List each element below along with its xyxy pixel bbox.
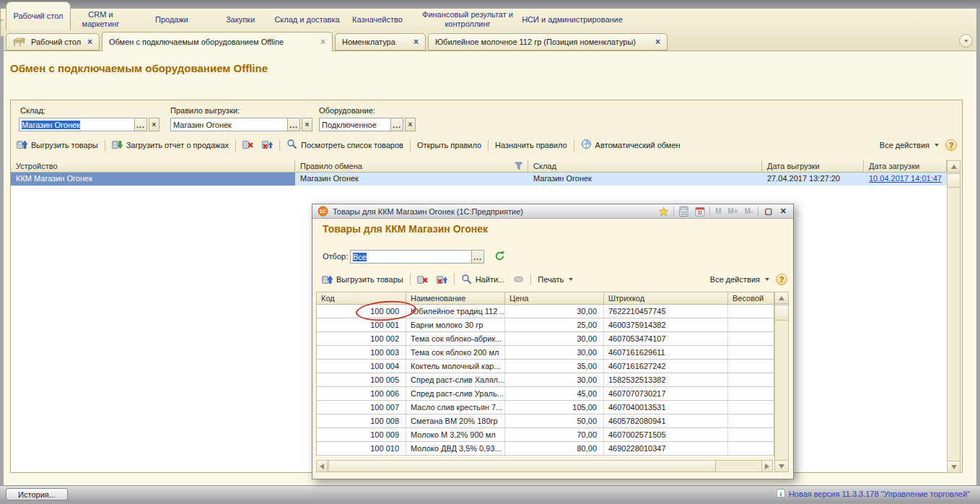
product-code-cell[interactable]: 100 005 — [317, 373, 406, 386]
column-header-exchange-rule[interactable]: Правило обмена — [295, 160, 528, 173]
product-code-cell[interactable]: 100 003 — [317, 346, 406, 359]
unload-rule-picker-button[interactable]: ... — [287, 118, 299, 131]
product-name-cell[interactable]: Тема сок яблоко-абрик... — [406, 332, 505, 345]
product-code-cell[interactable]: 100 010 — [317, 442, 406, 455]
product-barcode-cell[interactable]: 4600375914382 — [604, 318, 728, 331]
upload-goods-button[interactable]: Выгрузить товары — [320, 272, 406, 287]
auto-exchange-button[interactable]: Автоматический обмен — [579, 137, 683, 152]
warehouse-clear-button[interactable]: × — [149, 118, 159, 131]
product-name-cell[interactable]: Тема сок яблоко 200 мл — [406, 346, 505, 359]
clear-upload-button[interactable] — [260, 137, 275, 152]
upload-date-cell[interactable]: 27.04.2017 13:27:20 — [762, 173, 864, 186]
product-weight-cell[interactable] — [728, 318, 774, 331]
product-name-cell[interactable]: Молоко ДВД 3,5% 0,93... — [406, 442, 505, 455]
product-price-cell[interactable]: 80,00 — [505, 442, 604, 455]
warehouse-field-value[interactable]: Магазин Огонек — [22, 121, 80, 129]
column-header-device[interactable]: Устройство — [11, 160, 295, 173]
scroll-right-button[interactable] — [761, 460, 773, 472]
product-price-cell[interactable]: 30,00 — [505, 346, 604, 359]
product-barcode-cell[interactable]: 4607002571505 — [604, 428, 728, 441]
open-rule-button[interactable]: Открыть правило — [415, 139, 484, 151]
product-price-cell[interactable]: 45,00 — [505, 387, 604, 400]
all-actions-button[interactable]: Все действия — [708, 274, 771, 285]
warehouse-field[interactable]: Магазин Огонек ... — [19, 118, 147, 131]
product-code-cell[interactable]: 100 006 — [317, 387, 406, 400]
upload-goods-button[interactable]: Выгрузить товары — [14, 137, 100, 152]
product-weight-cell[interactable] — [728, 401, 774, 414]
section-tab-desktop[interactable]: Рабочий стол — [6, 1, 71, 30]
section-tab-sales[interactable]: Продажи — [136, 9, 208, 30]
column-header-barcode[interactable]: Штрихкод — [604, 292, 728, 304]
scroll-left-button[interactable] — [316, 460, 328, 472]
section-tab-finance[interactable]: Финансовый результат и контроллинг — [414, 9, 522, 30]
scroll-down-button[interactable] — [774, 460, 789, 472]
product-barcode-cell[interactable]: 1582532513382 — [604, 373, 728, 386]
product-name-cell[interactable]: Спред раст-слив Ураль... — [406, 387, 505, 400]
product-row[interactable]: 100 005 Спред раст-слив Халял... 30,00 1… — [317, 373, 774, 387]
product-weight-cell[interactable] — [728, 442, 774, 455]
product-weight-cell[interactable] — [728, 305, 774, 318]
product-code-cell[interactable]: 100 004 — [317, 360, 406, 373]
product-price-cell[interactable]: 30,00 — [505, 332, 604, 345]
find-button[interactable]: Найти... — [459, 272, 507, 287]
product-barcode-cell[interactable]: 4607161627242 — [604, 360, 728, 373]
column-header-warehouse[interactable]: Склад — [528, 160, 762, 173]
product-barcode-cell[interactable]: 7622210457745 — [604, 305, 728, 318]
product-row[interactable]: 100 004 Коктель молочный кар... 35,00 46… — [317, 360, 774, 373]
version-notice[interactable]: i Новая версия 11.3.3.178 "Управление то… — [776, 489, 970, 499]
product-row[interactable]: 100 008 Сметана ВМ 20% 180гр 50,00 46057… — [317, 414, 774, 428]
column-header-weight[interactable]: Весовой — [728, 292, 774, 304]
product-barcode-cell[interactable]: 4607161629611 — [604, 346, 728, 359]
product-weight-cell[interactable] — [728, 387, 774, 400]
calendar-icon[interactable]: 31 — [694, 206, 706, 217]
product-code-cell[interactable]: 100 001 — [317, 318, 406, 331]
equipment-clear-button[interactable]: × — [405, 118, 416, 131]
product-price-cell[interactable]: 50,00 — [505, 414, 604, 427]
product-name-cell[interactable]: Юбилейное традиц 112 ... — [406, 305, 505, 318]
column-header-name[interactable]: Наименование — [406, 292, 505, 304]
scroll-up-button[interactable] — [774, 292, 789, 304]
window-tab-desktop[interactable]: Рабочий стол × — [6, 33, 100, 51]
assign-rule-button[interactable]: Назначить правило — [493, 139, 569, 151]
close-icon[interactable]: × — [414, 38, 419, 45]
equipment-field-value[interactable]: Подключенное — [320, 118, 390, 131]
unload-rule-field[interactable]: Магазин Огонек ... — [170, 118, 300, 131]
clear-search-button[interactable] — [511, 272, 526, 287]
close-icon[interactable]: × — [320, 38, 325, 45]
equipment-picker-button[interactable]: ... — [390, 118, 403, 131]
product-weight-cell[interactable] — [728, 428, 774, 441]
clear-goods-button[interactable] — [240, 137, 255, 152]
section-tab-warehouse[interactable]: Склад и доставка — [273, 9, 341, 30]
scroll-up-button[interactable] — [947, 160, 961, 173]
favorites-star-icon[interactable] — [657, 206, 670, 217]
load-sales-report-button[interactable]: Загрузить отчет о продажах — [110, 137, 231, 152]
unload-rule-clear-button[interactable]: × — [302, 118, 312, 131]
product-row[interactable]: 100 002 Тема сок яблоко-абрик... 30,00 4… — [317, 332, 774, 346]
filter-field[interactable]: Все ... — [350, 250, 484, 264]
load-date-link[interactable]: 10.04.2017 14:01:47 — [864, 173, 947, 186]
product-name-cell[interactable]: Масло слив крестьян 7... — [406, 401, 505, 414]
unload-rule-field-value[interactable]: Магазин Огонек — [171, 118, 287, 131]
close-icon[interactable]: × — [87, 38, 92, 45]
product-code-cell[interactable]: 100 007 — [317, 401, 406, 414]
product-row[interactable]: 100 009 Молоко М 3,2% 900 мл 70,00 46070… — [317, 428, 774, 442]
equipment-field[interactable]: Подключенное ... — [319, 118, 403, 131]
clear-goods-button[interactable] — [415, 272, 430, 287]
product-weight-cell[interactable] — [728, 414, 774, 427]
filter-field-value[interactable]: Все — [353, 253, 367, 261]
close-icon[interactable]: ✕ — [778, 207, 789, 216]
product-name-cell[interactable]: Спред раст-слив Халял... — [406, 373, 505, 386]
memory-subtract-button[interactable]: M- — [743, 207, 755, 215]
product-row[interactable]: 100 003 Тема сок яблоко 200 мл 30,00 460… — [317, 346, 774, 360]
history-button[interactable]: История... — [6, 488, 68, 500]
warehouse-picker-button[interactable]: ... — [134, 118, 146, 131]
product-row[interactable]: 100 010 Молоко ДВД 3,5% 0,93... 80,00 46… — [317, 442, 774, 456]
calculator-icon[interactable] — [678, 206, 690, 217]
column-header-load-date[interactable]: Дата загрузки — [864, 160, 947, 173]
all-actions-button[interactable]: Все действия — [878, 139, 941, 151]
column-header-upload-date[interactable]: Дата выгрузки — [762, 160, 864, 173]
product-name-cell[interactable]: Барни молоко 30 гр — [406, 318, 505, 331]
product-price-cell[interactable]: 105,00 — [505, 401, 604, 414]
product-weight-cell[interactable] — [728, 373, 774, 386]
scrollbar-thumb[interactable] — [328, 460, 716, 472]
